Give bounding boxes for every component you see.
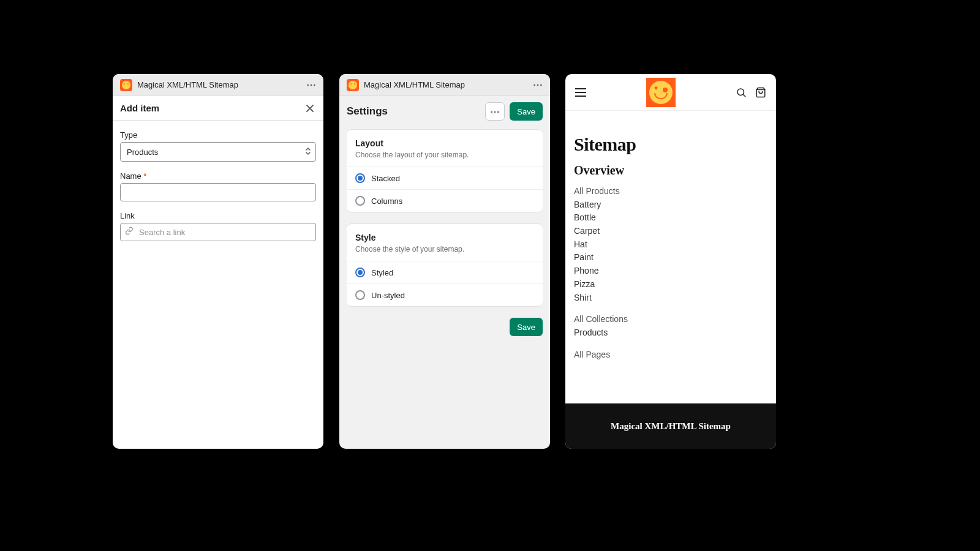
layout-option-stacked[interactable]: Stacked xyxy=(347,167,543,189)
hamburger-menu-icon[interactable] xyxy=(575,88,586,97)
collections-list: Products xyxy=(574,326,767,340)
list-item[interactable]: Bottle xyxy=(574,211,767,225)
radio-icon xyxy=(355,290,365,300)
type-label: Type xyxy=(120,130,316,140)
layout-desc: Choose the layout of your sitemap. xyxy=(355,151,534,159)
list-item[interactable]: Paint xyxy=(574,251,767,264)
app-header: Magical XML/HTML Sitemap ⋯ xyxy=(113,74,323,96)
settings-title: Settings xyxy=(347,105,480,118)
list-item[interactable]: Products xyxy=(574,326,767,340)
list-item[interactable]: Pizza xyxy=(574,278,767,291)
list-item[interactable]: Shirt xyxy=(574,291,767,305)
search-icon[interactable] xyxy=(736,87,747,98)
add-item-panel: Magical XML/HTML Sitemap ⋯ Add item Type… xyxy=(113,74,323,449)
panel-title: Add item xyxy=(120,103,159,113)
app-name: Magical XML/HTML Sitemap xyxy=(137,80,301,89)
style-desc: Choose the style of your sitemap. xyxy=(355,245,534,253)
storefront-preview: Sitemap Overview All Products BatteryBot… xyxy=(565,74,776,449)
products-list: BatteryBottleCarpetHatPaintPhonePizzaShi… xyxy=(574,198,767,305)
store-logo-icon[interactable] xyxy=(646,78,676,107)
radio-icon xyxy=(355,196,365,206)
layout-option-columns[interactable]: Columns xyxy=(347,189,543,212)
section-heading: Overview xyxy=(574,163,767,178)
cart-icon[interactable] xyxy=(755,87,766,98)
pages-group: All Pages xyxy=(574,348,767,362)
footer-text: Magical XML/HTML Sitemap xyxy=(611,421,731,432)
settings-title-bar: Settings ⋯ Save xyxy=(339,96,550,129)
link-icon xyxy=(125,227,134,238)
layout-heading: Layout xyxy=(355,138,534,148)
name-input[interactable] xyxy=(120,183,316,201)
more-options-button[interactable]: ⋯ xyxy=(533,79,543,91)
more-button[interactable]: ⋯ xyxy=(485,102,505,121)
list-item[interactable]: Hat xyxy=(574,238,767,252)
close-icon[interactable] xyxy=(304,102,316,114)
radio-icon xyxy=(355,268,365,277)
list-item[interactable]: Carpet xyxy=(574,225,767,238)
style-card: Style Choose the style of your sitemap. … xyxy=(347,223,543,307)
more-options-button[interactable]: ⋯ xyxy=(306,79,316,91)
style-option-styled[interactable]: Styled xyxy=(347,261,543,283)
all-products-link[interactable]: All Products xyxy=(574,185,767,198)
style-heading: Style xyxy=(355,233,534,242)
panel-title-bar: Add item xyxy=(113,96,323,121)
footer-save-button[interactable]: Save xyxy=(510,318,543,336)
app-logo-icon xyxy=(120,79,132,91)
collections-group: All Collections Products xyxy=(574,313,767,339)
list-item[interactable]: Battery xyxy=(574,198,767,212)
page-title: Sitemap xyxy=(574,134,767,155)
app-logo-icon xyxy=(347,79,359,91)
link-label: Link xyxy=(120,211,316,220)
style-option-unstyled[interactable]: Un-styled xyxy=(347,283,543,306)
app-header: Magical XML/HTML Sitemap ⋯ xyxy=(339,74,550,96)
products-group: All Products BatteryBottleCarpetHatPaint… xyxy=(574,185,767,304)
app-name: Magical XML/HTML Sitemap xyxy=(364,80,528,89)
all-collections-link[interactable]: All Collections xyxy=(574,313,767,326)
storefront-footer: Magical XML/HTML Sitemap xyxy=(565,403,776,449)
all-pages-link[interactable]: All Pages xyxy=(574,348,767,362)
layout-card: Layout Choose the layout of your sitemap… xyxy=(347,129,543,212)
storefront-header xyxy=(565,74,776,111)
type-select[interactable]: Products xyxy=(120,142,316,162)
list-item[interactable]: Phone xyxy=(574,264,767,278)
settings-panel: Magical XML/HTML Sitemap ⋯ Settings ⋯ Sa… xyxy=(339,74,550,449)
radio-icon xyxy=(355,173,365,183)
save-button[interactable]: Save xyxy=(510,102,543,121)
name-label: Name * xyxy=(120,171,316,181)
svg-point-0 xyxy=(737,89,744,96)
link-input[interactable] xyxy=(120,223,316,241)
